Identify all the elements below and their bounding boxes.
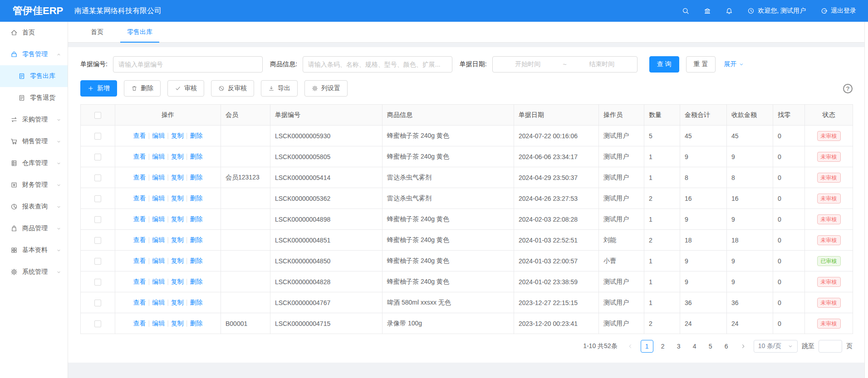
edit-link[interactable]: 编辑 <box>152 215 165 223</box>
view-link[interactable]: 查看 <box>133 194 146 202</box>
page-button-2[interactable]: 2 <box>657 340 669 353</box>
edit-link[interactable]: 编辑 <box>152 194 165 202</box>
copy-link[interactable]: 复制 <box>171 320 184 327</box>
delete-link[interactable]: 删除 <box>190 278 202 285</box>
view-link[interactable]: 查看 <box>133 257 146 264</box>
action-separator: | <box>167 299 169 306</box>
notification-bell-icon[interactable] <box>726 7 733 15</box>
sidebar-item-retail-return[interactable]: 零售退货 <box>0 87 68 109</box>
next-page-button[interactable] <box>737 340 750 353</box>
prev-page-button[interactable] <box>624 340 637 353</box>
expand-toggle[interactable]: 展开 <box>724 60 744 68</box>
copy-link[interactable]: 复制 <box>171 215 184 223</box>
row-checkbox[interactable] <box>94 320 101 327</box>
app-logo[interactable]: 管伊佳ERP <box>0 4 69 18</box>
sidebar-item-retail[interactable]: 零售管理 <box>0 44 68 65</box>
delete-button[interactable]: 删除 <box>124 80 161 97</box>
delete-link[interactable]: 删除 <box>190 153 202 160</box>
order-no-input[interactable] <box>113 56 263 73</box>
page-button-6[interactable]: 6 <box>720 340 733 353</box>
logout-button[interactable]: 退出登录 <box>820 7 856 15</box>
page-button-5[interactable]: 5 <box>704 340 717 353</box>
copy-link[interactable]: 复制 <box>171 174 184 181</box>
copy-link[interactable]: 复制 <box>171 132 184 139</box>
audit-button[interactable]: 审核 <box>167 80 204 97</box>
row-checkbox[interactable] <box>94 300 101 306</box>
sidebar-item-sales[interactable]: 销售管理 <box>0 131 68 152</box>
page-button-4[interactable]: 4 <box>688 340 701 353</box>
sidebar-item-warehouse[interactable]: 仓库管理 <box>0 152 68 174</box>
view-link[interactable]: 查看 <box>133 278 146 285</box>
row-checkbox[interactable] <box>94 154 101 160</box>
page-button-1[interactable]: 1 <box>641 340 653 353</box>
view-link[interactable]: 查看 <box>133 215 146 223</box>
row-checkbox[interactable] <box>94 258 101 265</box>
copy-link[interactable]: 复制 <box>171 257 184 264</box>
edit-link[interactable]: 编辑 <box>152 299 165 306</box>
copy-link[interactable]: 复制 <box>171 194 184 202</box>
edit-link[interactable]: 编辑 <box>152 320 165 327</box>
delete-link[interactable]: 删除 <box>190 194 202 202</box>
row-checkbox[interactable] <box>94 133 101 140</box>
column-header: 单据日期 <box>514 105 599 126</box>
sidebar-item-basic-data[interactable]: 基本资料 <box>0 239 68 261</box>
page-size-select[interactable]: 10 条/页 <box>754 340 798 353</box>
delete-link[interactable]: 删除 <box>190 299 202 306</box>
view-link[interactable]: 查看 <box>133 132 146 139</box>
edit-link[interactable]: 编辑 <box>152 132 165 139</box>
select-all-checkbox[interactable] <box>94 112 101 119</box>
jump-page-input[interactable] <box>819 340 842 353</box>
tab-retail-outbound[interactable]: 零售出库 <box>125 22 155 42</box>
edit-link[interactable]: 编辑 <box>152 174 165 181</box>
row-checkbox[interactable] <box>94 279 101 286</box>
copy-link[interactable]: 复制 <box>171 299 184 306</box>
date-range-picker[interactable]: 开始时间 ~ 结束时间 <box>492 56 638 73</box>
delete-link[interactable]: 删除 <box>190 132 202 139</box>
start-date-placeholder[interactable]: 开始时间 <box>515 60 540 68</box>
tab-home[interactable]: 首页 <box>88 22 106 42</box>
view-link[interactable]: 查看 <box>133 299 146 306</box>
edit-link[interactable]: 编辑 <box>152 153 165 160</box>
delete-link[interactable]: 删除 <box>190 236 202 243</box>
scrollbar-track[interactable] <box>864 22 868 378</box>
unaudit-button[interactable]: 反审核 <box>211 80 254 97</box>
delete-link[interactable]: 删除 <box>190 320 202 327</box>
delete-link[interactable]: 删除 <box>190 257 202 264</box>
copy-link[interactable]: 复制 <box>171 278 184 285</box>
column-settings-button[interactable]: 列设置 <box>304 80 348 97</box>
help-icon[interactable]: ? <box>843 84 853 93</box>
view-link[interactable]: 查看 <box>133 236 146 243</box>
export-button[interactable]: 导出 <box>261 80 298 97</box>
delete-link[interactable]: 删除 <box>190 215 202 223</box>
page-button-3[interactable]: 3 <box>672 340 685 353</box>
view-link[interactable]: 查看 <box>133 153 146 160</box>
reset-button[interactable]: 重 置 <box>686 56 716 73</box>
view-link[interactable]: 查看 <box>133 174 146 181</box>
row-checkbox[interactable] <box>94 237 101 244</box>
search-button[interactable]: 查 询 <box>649 56 679 73</box>
end-date-placeholder[interactable]: 结束时间 <box>589 60 614 68</box>
sidebar-item-report[interactable]: 报表查询 <box>0 196 68 218</box>
product-info-input[interactable] <box>303 56 452 73</box>
copy-link[interactable]: 复制 <box>171 153 184 160</box>
edit-link[interactable]: 编辑 <box>152 257 165 264</box>
sidebar-item-retail-outbound[interactable]: 零售出库 <box>0 65 68 87</box>
search-icon[interactable] <box>682 7 689 15</box>
row-checkbox[interactable] <box>94 195 101 202</box>
edit-link[interactable]: 编辑 <box>152 278 165 285</box>
view-link[interactable]: 查看 <box>133 320 146 327</box>
row-actions: 查看|编辑|复制|删除 <box>115 230 221 251</box>
sidebar-item-home[interactable]: 首页 <box>0 22 68 44</box>
sidebar-item-purchase[interactable]: 采购管理 <box>0 109 68 131</box>
sidebar-item-system[interactable]: 系统管理 <box>0 261 68 283</box>
sidebar-item-finance[interactable]: 财务管理 <box>0 174 68 196</box>
add-button[interactable]: 新增 <box>80 80 117 97</box>
sidebar-item-product[interactable]: 商品管理 <box>0 218 68 239</box>
platform-bank-icon[interactable] <box>704 7 711 15</box>
copy-link[interactable]: 复制 <box>171 236 184 243</box>
user-welcome[interactable]: 欢迎您, 测试用户 <box>747 7 806 15</box>
row-checkbox[interactable] <box>94 216 101 223</box>
edit-link[interactable]: 编辑 <box>152 236 165 243</box>
row-checkbox[interactable] <box>94 174 101 181</box>
delete-link[interactable]: 删除 <box>190 174 202 181</box>
